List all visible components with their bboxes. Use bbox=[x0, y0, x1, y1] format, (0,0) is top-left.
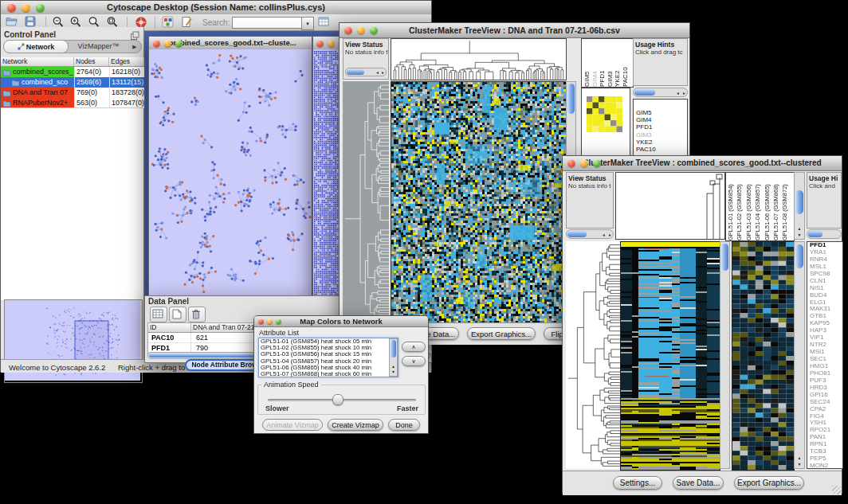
scroll-up-icon[interactable]: ▴ bbox=[795, 455, 804, 461]
attribute-item[interactable]: GPL51-02 (GSM855) heat shock 10 min bbox=[259, 345, 398, 351]
gene-label[interactable]: PHO81 bbox=[810, 370, 842, 377]
scroll-up-icon[interactable]: ▴ bbox=[390, 364, 397, 369]
minimize-button[interactable] bbox=[164, 40, 171, 47]
network-view-titlebar[interactable]: combined_scores_good.txt--cluste... bbox=[149, 37, 312, 50]
move-attribute-up-button[interactable]: ∧ bbox=[402, 342, 426, 352]
gene-label[interactable]: TCB3 bbox=[810, 448, 842, 455]
tv2-column-label[interactable]: GPL51-01 (GSM854) bbox=[727, 173, 736, 240]
tv1-column-label[interactable]: GIM5 bbox=[583, 39, 591, 87]
tv2-usage-scrollbar[interactable] bbox=[807, 229, 842, 239]
scroll-right-icon[interactable]: ▸ bbox=[609, 232, 611, 237]
gene-label[interactable]: CLN1 bbox=[810, 278, 842, 285]
gene-label[interactable]: GPI16 bbox=[810, 392, 842, 399]
gene-label[interactable]: CPA2 bbox=[810, 406, 842, 413]
gene-label[interactable]: MAK31 bbox=[810, 306, 842, 313]
close-button[interactable] bbox=[258, 318, 264, 324]
gene-label[interactable]: SEC1 bbox=[810, 356, 842, 363]
search-input[interactable] bbox=[232, 17, 302, 29]
tv2-column-label[interactable]: GPL51-04 (GSM857) bbox=[754, 173, 763, 240]
attribute-item[interactable]: GPL51-06 (GSM865) heat shock 40 min bbox=[259, 365, 398, 371]
tv2-global-heatmap[interactable] bbox=[620, 241, 720, 471]
tv2-row-dendrogram[interactable] bbox=[566, 241, 620, 469]
scroll-left-icon[interactable]: ◂ bbox=[603, 232, 605, 237]
zoom-button[interactable] bbox=[370, 26, 378, 34]
gene-label[interactable]: FIG4 bbox=[810, 413, 842, 420]
gene-label[interactable]: GTB1 bbox=[810, 313, 842, 320]
tv1-similarity-matrix[interactable] bbox=[582, 88, 630, 144]
minimize-button[interactable] bbox=[357, 26, 365, 34]
gene-label[interactable]: PEP5 bbox=[810, 455, 842, 463]
gene-label[interactable]: NIS1 bbox=[810, 285, 842, 292]
network-row[interactable]: DNA and Tran 07 769(0) 183728(0) bbox=[1, 88, 144, 98]
attribute-list-scrollbar[interactable]: ▴ ▾ bbox=[389, 338, 398, 377]
tv2-global-scrollbar[interactable] bbox=[720, 241, 730, 469]
tv2-settings-button[interactable]: Settings... bbox=[613, 476, 662, 490]
tv1-column-label[interactable]: PFD1 bbox=[599, 39, 607, 87]
tv1-column-label[interactable]: GIM4 bbox=[591, 39, 599, 87]
tv1-row-label[interactable]: GIM4 bbox=[636, 116, 687, 123]
zoom-button[interactable] bbox=[175, 40, 183, 47]
scroll-down-icon[interactable]: ▾ bbox=[390, 369, 397, 375]
attribute-item[interactable]: GPL51-04 (GSM857) heat shock 20 min bbox=[259, 358, 398, 365]
gene-label[interactable]: SPC98 bbox=[810, 271, 842, 278]
move-attribute-down-button[interactable]: ∨ bbox=[402, 356, 426, 366]
tv1-usage-scrollbar[interactable]: ◂ ▸ bbox=[633, 88, 688, 97]
close-button[interactable] bbox=[344, 26, 352, 34]
scroll-left-icon[interactable]: ◂ bbox=[677, 90, 679, 96]
zoom-button[interactable] bbox=[36, 3, 45, 12]
tv1-global-heatmap[interactable] bbox=[391, 81, 567, 323]
attribute-list-box[interactable]: GPL51-01 (GSM854) heat shock 05 minGPL51… bbox=[258, 338, 398, 377]
view-status-scrollbar[interactable]: ◂ ▸ bbox=[345, 68, 387, 76]
dialog-titlebar[interactable]: Map Colors to Network bbox=[254, 316, 428, 327]
delete-attribute-trash-icon[interactable] bbox=[188, 307, 206, 322]
minimize-button[interactable] bbox=[267, 318, 273, 324]
treeview2-titlebar[interactable]: ClusterMaker TreeView : combined_scores_… bbox=[563, 156, 842, 171]
new-attribute-icon[interactable] bbox=[169, 307, 186, 322]
tv2-export-graphics-button[interactable]: Export Graphics... bbox=[734, 476, 804, 490]
scroll-down-icon[interactable]: ▾ bbox=[795, 462, 804, 467]
gene-label[interactable]: KAP95 bbox=[810, 320, 842, 327]
main-titlebar[interactable]: Cytoscape Desktop (Session Name: collins… bbox=[1, 1, 431, 15]
close-button[interactable] bbox=[316, 40, 324, 47]
tv2-column-label[interactable]: GPL51-02 (GSM855) bbox=[736, 173, 744, 240]
treeview1-titlebar[interactable]: ClusterMaker TreeView : DNA and Tran 07-… bbox=[340, 23, 689, 38]
gene-label[interactable]: VIP1 bbox=[810, 334, 842, 342]
tab-network[interactable]: Network bbox=[3, 40, 69, 53]
tv2-column-label[interactable]: GPL51-03 (GSM856) bbox=[745, 173, 754, 240]
annotation-icon[interactable] bbox=[181, 16, 195, 30]
tv1-export-graphics-button[interactable]: Export Graphics... bbox=[467, 327, 536, 340]
tv1-row-label[interactable]: PAC10 bbox=[636, 146, 687, 153]
tv2-zoom-scrollbar[interactable]: ▴ ▾ bbox=[794, 241, 805, 469]
minimize-button[interactable] bbox=[580, 159, 588, 167]
gene-label[interactable]: RPO21 bbox=[810, 427, 842, 434]
tv1-column-label[interactable]: YKE2 bbox=[614, 39, 622, 87]
minimize-button[interactable] bbox=[328, 40, 335, 47]
vizmapper-icon[interactable] bbox=[162, 16, 176, 30]
zoom-button[interactable] bbox=[593, 159, 601, 167]
network-row[interactable]: combined_scores_ 2764(0) 16218(0) bbox=[1, 67, 144, 77]
gene-label[interactable]: PAN1 bbox=[810, 434, 842, 441]
tv2-save-data-button[interactable]: Save Data... bbox=[673, 476, 724, 490]
close-button[interactable] bbox=[567, 159, 575, 167]
gene-label[interactable]: YRA1 bbox=[810, 249, 842, 256]
attribute-item[interactable]: GPL51-07 (GSM868) heat shock 60 min bbox=[259, 371, 398, 377]
scroll-down-icon[interactable]: ▾ bbox=[795, 232, 804, 238]
network-table-header[interactable]: Network Nodes Edges bbox=[1, 57, 144, 67]
tv1-row-label[interactable]: GIM5 bbox=[636, 109, 687, 116]
tv1-column-label[interactable]: GIM3 bbox=[607, 39, 614, 87]
gene-label[interactable]: HMG1 bbox=[810, 363, 842, 370]
gene-label[interactable]: HAP3 bbox=[810, 327, 842, 334]
tv2-status-scrollbar[interactable]: ◂ ▸ bbox=[566, 229, 614, 239]
network-graph-canvas[interactable] bbox=[149, 49, 312, 298]
create-vizmap-button[interactable]: Create Vizmap bbox=[328, 419, 383, 431]
gene-label[interactable]: PFD1 bbox=[810, 242, 842, 249]
tv2-column-label[interactable]: GPL51-07 (GSM868) bbox=[772, 173, 781, 240]
table-export-icon[interactable] bbox=[318, 16, 332, 30]
tv2-column-dendrogram-area[interactable] bbox=[615, 172, 725, 240]
done-button[interactable]: Done bbox=[388, 419, 420, 431]
attribute-item[interactable]: GPL51-03 (GSM856) heat shock 15 min bbox=[259, 351, 398, 357]
speed-slider-thumb[interactable] bbox=[332, 394, 344, 405]
gene-label[interactable]: PUF3 bbox=[810, 377, 842, 385]
network-row[interactable]: combined_sco 2569(6) 13112(15) bbox=[1, 77, 144, 88]
gene-label[interactable]: BUD4 bbox=[810, 292, 842, 299]
